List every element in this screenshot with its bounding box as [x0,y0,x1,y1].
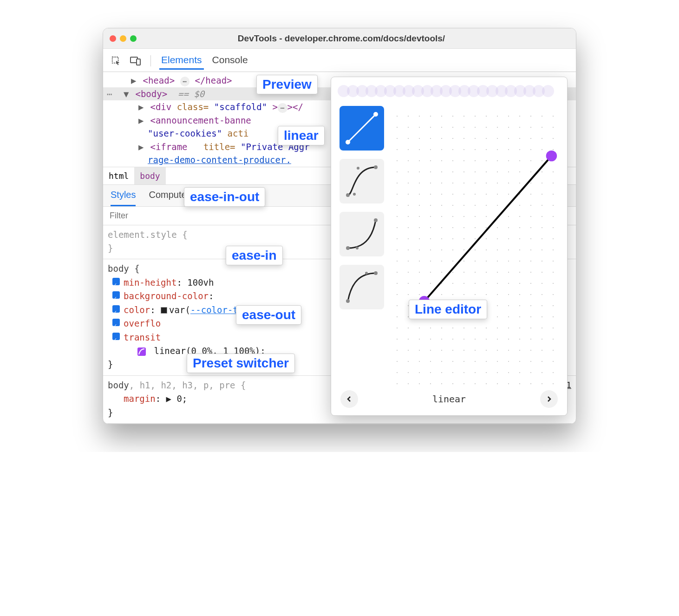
svg-point-14 [374,271,378,275]
checkbox-icon[interactable] [112,319,120,326]
svg-line-3 [348,114,376,142]
svg-point-8 [353,193,356,196]
preset-switcher: linear [338,388,561,410]
main-toolbar: Elements Console [103,49,576,72]
tab-styles[interactable]: Styles [111,190,136,206]
svg-point-4 [346,140,350,144]
window-title: DevTools - developer.chrome.com/docs/dev… [113,33,569,44]
preset-ease-in[interactable] [340,212,384,256]
devtools-window: DevTools - developer.chrome.com/docs/dev… [103,28,576,424]
callout-preset-switcher: Preset switcher [187,354,295,373]
checkbox-icon[interactable] [112,305,120,313]
callout-line-editor: Line editor [409,300,487,319]
iframe-src-link[interactable]: rage-demo-content-producer. [148,155,291,165]
preset-name: linear [432,393,466,405]
tag-head-close: </head> [195,75,232,85]
easing-preview[interactable] [338,83,561,99]
easing-presets [338,106,386,385]
svg-point-15 [365,272,368,275]
callout-ease-in: ease-in [226,246,283,265]
callout-linear: linear [278,126,325,145]
svg-point-7 [374,165,378,169]
checkbox-icon[interactable] [112,291,120,299]
svg-point-5 [373,112,378,117]
tag-head-open[interactable]: <head> [143,75,175,85]
checkbox-icon[interactable] [112,278,120,285]
expand-icon[interactable]: ▶ [138,140,145,154]
expand-icon[interactable]: ▶ [138,114,145,127]
svg-point-9 [357,167,359,170]
svg-point-18 [546,151,557,161]
inspect-icon[interactable] [110,54,123,67]
preset-ease-in-out[interactable] [340,159,384,203]
svg-point-6 [346,193,350,197]
svg-point-11 [374,218,378,222]
ellipsis-icon[interactable]: ⋯ [180,77,189,86]
breadcrumb-html[interactable]: html [103,167,134,184]
titlebar: DevTools - developer.chrome.com/docs/dev… [103,28,576,49]
expand-icon[interactable]: ▶ [138,100,145,114]
device-toggle-icon[interactable] [129,54,142,67]
preset-ease-out[interactable] [340,265,384,309]
selected-node-indicator: == $0 [178,89,204,99]
easing-swatch-icon[interactable] [137,347,146,356]
svg-point-10 [346,246,350,250]
preset-prev-button[interactable] [340,390,358,408]
tag-body[interactable]: <body> [135,89,167,99]
breadcrumb-body[interactable]: body [134,167,165,184]
callout-preview: Preview [256,75,318,94]
callout-ease-in-out: ease-in-out [184,187,265,207]
svg-point-13 [346,299,350,303]
easing-editor-popover: linear [331,77,568,416]
callout-ease-out: ease-out [236,305,301,325]
collapse-icon[interactable]: ▼ [124,87,130,101]
easing-curve-editor[interactable] [392,106,561,385]
svg-point-12 [356,247,359,249]
preset-linear[interactable] [340,106,384,151]
tab-console[interactable]: Console [210,52,250,70]
tab-elements[interactable]: Elements [159,52,204,70]
svg-line-16 [424,156,551,301]
filter-input[interactable] [109,210,202,221]
svg-rect-2 [137,59,140,65]
checkbox-icon[interactable] [112,333,120,340]
preset-next-button[interactable] [540,390,558,408]
color-swatch-icon[interactable] [161,307,167,314]
expand-icon[interactable]: ▶ [131,74,137,87]
